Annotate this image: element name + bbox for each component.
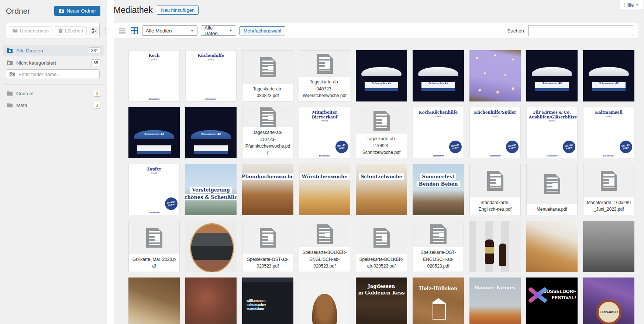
poster-title: Küchenhilfe/Spüler bbox=[470, 110, 520, 115]
media-tile[interactable]: SommerfestBenden Beben bbox=[413, 164, 464, 215]
poster-title: Koch bbox=[129, 53, 179, 58]
poster-title: Zapfer bbox=[129, 167, 179, 172]
media-tile[interactable]: Zapfer (m/w/d) Schumacher MELDET EUCH! bbox=[128, 164, 180, 215]
chevron-down-icon: ▼ bbox=[636, 3, 639, 7]
media-search-input[interactable] bbox=[528, 25, 633, 36]
new-folder-button[interactable]: Neuer Ordner bbox=[54, 6, 100, 16]
document-fold bbox=[271, 228, 276, 232]
poster-subtitle: (m/w/d) bbox=[299, 120, 350, 122]
media-tile[interactable] bbox=[469, 50, 521, 101]
cart-caption: Schumacher Alt bbox=[201, 133, 221, 135]
image-overlay-text: Haaner Kirmes bbox=[469, 285, 521, 290]
grid-view-button[interactable] bbox=[130, 26, 139, 35]
poster-subtitle: (m/w/d) bbox=[129, 58, 179, 61]
media-tile[interactable] bbox=[299, 278, 350, 324]
sidebar-item-content[interactable]: Content 0 bbox=[3, 88, 104, 99]
add-new-media-button[interactable]: Neu hinzufügen bbox=[157, 6, 199, 15]
trash-icon bbox=[58, 28, 63, 33]
media-tile[interactable]: Menuekarte.pdf bbox=[526, 164, 578, 215]
cart-caption: Schumacher Alt bbox=[144, 133, 164, 135]
image-overlay-text: VersteigerungSchönes & Scheußlich bbox=[185, 187, 237, 200]
file-name: Tageskarte-ab-040723-Wuerstchenwoche.pdf bbox=[299, 77, 350, 101]
folder-plus-icon bbox=[59, 8, 64, 13]
wordpress-media-page: Ordner Neuer Ordner Umbenennen Löschen bbox=[0, 0, 644, 324]
page-header: Mediathek Neu hinzufügen bbox=[114, 5, 199, 15]
media-tile[interactable] bbox=[526, 221, 578, 272]
help-label: Hilfe bbox=[624, 2, 634, 8]
beer-cart-graphic: Schumacher Alt bbox=[526, 50, 578, 101]
delete-folder-button[interactable]: Löschen bbox=[55, 26, 87, 35]
folder-name-input[interactable] bbox=[18, 72, 96, 77]
media-tile[interactable]: Jagdessenm Goldenen Kess bbox=[356, 278, 407, 324]
media-tile[interactable]: Schnitzelwoche bbox=[356, 164, 407, 215]
media-tile[interactable] bbox=[469, 221, 521, 272]
media-tile[interactable]: Speisekarte-BOLKER-ab-020523.pdf bbox=[356, 221, 407, 272]
media-tile[interactable]: Koch/Küchenhilfe (m/w/d) Schumacher MELD… bbox=[413, 107, 464, 158]
media-tile[interactable]: Schumacher Alt bbox=[128, 107, 180, 158]
media-tile[interactable]: Kaltmamsell (m/w/d) Schumacher MELDET EU… bbox=[583, 107, 634, 158]
image-overlay-text: DÜSSELDORFFESTIVAL! bbox=[543, 289, 576, 300]
rename-folder-button[interactable]: Umbenennen bbox=[9, 26, 52, 35]
media-tile[interactable]: Pfannkuchenwoche bbox=[242, 164, 293, 215]
document-fold bbox=[328, 54, 333, 59]
sort-folders-button[interactable]: AZ ↓ bbox=[90, 27, 99, 35]
media-tile[interactable]: Schumacher Alt bbox=[583, 50, 634, 101]
sidebar-item-all-files[interactable]: Alle Dateien 361 bbox=[3, 45, 104, 56]
media-tile[interactable]: Würstchenwoche bbox=[299, 164, 350, 215]
media-tile[interactable]: Tageskarte-ab-270623-Schnitzelwoche.pdf bbox=[356, 107, 407, 158]
media-type-filter[interactable]: Alle Medien ▼ bbox=[142, 25, 197, 36]
document-icon bbox=[317, 54, 333, 74]
media-tile[interactable]: Tageskarte-ab-040723-Wuerstchenwoche.pdf bbox=[299, 50, 350, 101]
media-tile[interactable] bbox=[128, 278, 180, 324]
poster-brand-logo: Schumacher bbox=[413, 155, 464, 157]
media-tile[interactable]: willkommenschumacherManufaktur bbox=[242, 278, 293, 324]
media-tile[interactable]: Küchenhilfe (m/w/d) Schumacher bbox=[185, 50, 237, 101]
media-tile[interactable]: Tageskarte-ab-110723-Pfannkuchenwoche.pd… bbox=[242, 107, 293, 158]
document-icon bbox=[544, 174, 560, 194]
media-tile[interactable]: Tageskarte-ab-080823.pdf bbox=[242, 50, 293, 101]
media-tile[interactable]: Schumacher Alt bbox=[185, 107, 237, 158]
cart-body bbox=[535, 78, 569, 91]
media-tile[interactable]: Holz-Hüüsken bbox=[413, 278, 464, 324]
folder-name: Meta bbox=[16, 103, 27, 108]
media-tile[interactable]: DÜSSELDORFFESTIVAL! bbox=[526, 278, 578, 324]
media-tile[interactable]: Standardkarte-Englisch-neu.pdf bbox=[469, 164, 521, 215]
media-tile[interactable]: VersteigerungSchönes & Scheußlich bbox=[185, 164, 237, 215]
media-tile[interactable]: Schumacher Alt bbox=[413, 50, 464, 101]
cart-roof bbox=[418, 67, 458, 76]
media-tile[interactable]: Grillkarte_Mai_2023.pdf bbox=[128, 221, 180, 272]
grid-view-icon bbox=[131, 27, 138, 34]
cart-caption: Schumacher Alt bbox=[372, 82, 391, 85]
media-tile[interactable]: Schumacher Alt bbox=[526, 50, 578, 101]
list-view-button[interactable] bbox=[118, 26, 127, 35]
document-icon bbox=[260, 228, 276, 248]
media-tile[interactable]: Koch (m/w/d) Schumacher bbox=[128, 50, 180, 101]
media-tile[interactable]: Schumacher Alt bbox=[356, 50, 407, 101]
media-tile[interactable]: Monatskarte_160x280_Juni_2023.pdf bbox=[583, 164, 634, 215]
date-filter[interactable]: Alle Daten ▼ bbox=[201, 25, 236, 36]
media-tile[interactable]: Speisekarte-BOLKER-ENGLISCH-ab-020523.pd… bbox=[299, 221, 350, 272]
help-button[interactable]: Hilfe ▼ bbox=[620, 0, 643, 10]
bulk-select-button[interactable]: Mehrfachauswahl bbox=[240, 26, 285, 35]
media-tile[interactable]: Haaner Kirmes bbox=[469, 278, 521, 324]
media-tile[interactable]: Speisekarte-OST-ab-020523.pdf bbox=[242, 221, 293, 272]
media-tile[interactable] bbox=[583, 221, 634, 272]
beer-cart-graphic: Schumacher Alt bbox=[185, 107, 237, 158]
media-tile[interactable]: Küchenhilfe/Spüler (m/w/d) Schumacher ME… bbox=[469, 107, 521, 158]
poster-brand-logo: Schumacher bbox=[129, 211, 179, 214]
sort-az-icon: AZ bbox=[92, 28, 94, 34]
document-fold bbox=[499, 171, 503, 176]
media-tile[interactable] bbox=[185, 221, 237, 272]
sidebar-item-uncategorized[interactable]: Nicht kategorisiert 35 bbox=[3, 57, 104, 68]
media-tile[interactable]: Für Kirmes & Co. Aushilfen/Gläserblitze … bbox=[526, 107, 578, 158]
poster-brand-logo: Schumacher bbox=[583, 155, 634, 157]
folder-icon bbox=[7, 91, 13, 96]
file-name: Tageskarte-ab-270623-Schnitzelwoche.pdf bbox=[356, 134, 407, 158]
media-tile[interactable]: Latzenbier bbox=[583, 278, 634, 324]
overlay-line: Pfannkuchenwoche bbox=[242, 173, 293, 180]
media-tile[interactable]: Speisekarte-OST-ENGLISCH-ab-020523.pdf bbox=[413, 221, 464, 272]
media-tile[interactable]: Mitarbeiter Bierverkauf (m/w/d) Schumach… bbox=[299, 107, 350, 158]
sidebar-item-meta[interactable]: Meta 3 bbox=[3, 100, 104, 111]
folder-count-badge: 0 bbox=[94, 90, 100, 97]
media-tile[interactable] bbox=[185, 278, 237, 324]
